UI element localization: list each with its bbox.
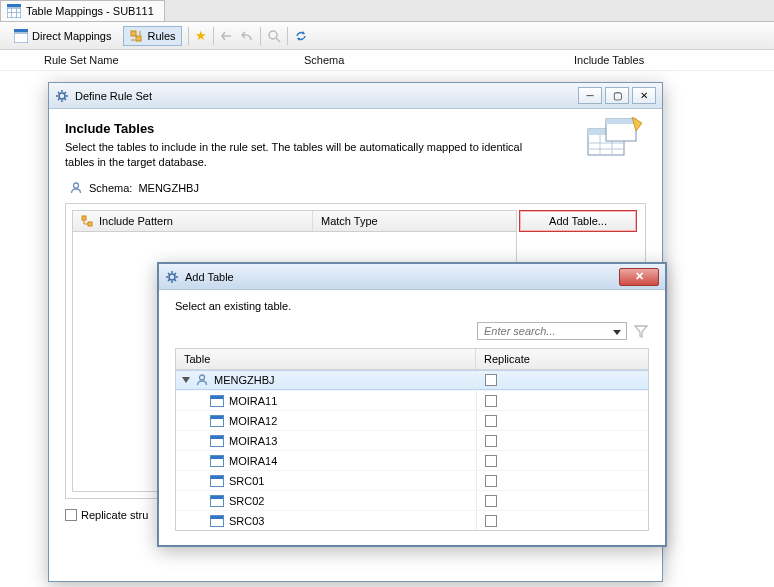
add-table-label: Add Table... [549, 215, 607, 227]
undo-icon[interactable] [240, 30, 254, 42]
section-description: Select the tables to include in the rule… [65, 140, 535, 171]
svg-rect-23 [88, 222, 92, 226]
dialog-titlebar[interactable]: Add Table ✕ [159, 264, 665, 290]
svg-rect-6 [14, 33, 28, 43]
grid-icon [14, 29, 28, 43]
table-icon [210, 415, 224, 427]
table-icon [210, 495, 224, 507]
banner-tables-icon [586, 117, 642, 163]
replicate-checkbox[interactable] [485, 435, 497, 447]
svg-rect-8 [136, 36, 141, 41]
schema-row: Schema: MENGZHBJ [69, 181, 646, 195]
maximize-button[interactable]: ▢ [605, 87, 629, 104]
tree-body[interactable]: MENGZHBJ MOIRA11MOIRA12MOIRA13MOIRA14SRC… [176, 370, 648, 530]
separator [188, 27, 189, 45]
replicate-checkbox[interactable] [485, 475, 497, 487]
replicate-checkbox[interactable] [485, 374, 497, 386]
direct-mappings-label: Direct Mappings [32, 30, 111, 42]
svg-rect-7 [131, 31, 136, 36]
nav-back-icon[interactable] [220, 30, 234, 42]
dialog-title: Define Rule Set [75, 90, 572, 102]
user-icon [69, 181, 83, 195]
direct-mappings-tab[interactable]: Direct Mappings [8, 26, 117, 46]
table-name: SRC01 [229, 475, 264, 487]
user-icon [195, 373, 209, 387]
add-table-dialog: Add Table ✕ Select an existing table. En… [157, 262, 667, 547]
close-button[interactable]: ✕ [632, 87, 656, 104]
svg-point-9 [269, 31, 277, 39]
search-placeholder: Enter search... [484, 325, 556, 337]
table-icon [210, 515, 224, 527]
table-icon [210, 455, 224, 467]
replicate-checkbox[interactable] [485, 395, 497, 407]
tree-row-table[interactable]: SRC02 [176, 490, 648, 510]
dialog-titlebar[interactable]: Define Rule Set ─ ▢ ✕ [49, 83, 662, 109]
schema-label: Schema: [89, 182, 132, 194]
grid-icon [7, 4, 21, 18]
replicate-checkbox[interactable] [485, 415, 497, 427]
svg-rect-22 [82, 216, 86, 220]
table-name: MOIRA14 [229, 455, 277, 467]
table-icon [210, 435, 224, 447]
rules-tab[interactable]: Rules [123, 26, 181, 46]
svg-rect-0 [7, 4, 21, 7]
instruction-text: Select an existing table. [175, 300, 649, 312]
table-name: MOIRA12 [229, 415, 277, 427]
col-match-type: Match Type [321, 215, 378, 227]
table-tree: Table Replicate MENGZHBJ MOIRA1 [175, 348, 649, 531]
replicate-checkbox[interactable] [485, 495, 497, 507]
tree-header: Table Replicate [176, 349, 648, 370]
svg-point-25 [200, 375, 205, 380]
schema-name: MENGZHBJ [214, 374, 275, 386]
filter-icon[interactable] [633, 323, 649, 339]
refresh-icon[interactable] [294, 29, 308, 43]
separator [213, 27, 214, 45]
schema-value: MENGZHBJ [138, 182, 199, 194]
replicate-structure-checkbox[interactable] [65, 509, 77, 521]
svg-point-21 [74, 183, 79, 188]
search-icon[interactable] [267, 29, 281, 43]
replicate-checkbox[interactable] [485, 455, 497, 467]
col-schema: Schema [304, 54, 574, 66]
tree-row-table[interactable]: MOIRA12 [176, 410, 648, 430]
tab-table-mappings[interactable]: Table Mappings - SUB111 [0, 0, 165, 21]
svg-rect-5 [14, 29, 28, 32]
tree-row-table[interactable]: SRC03 [176, 510, 648, 530]
col-include-pattern: Include Pattern [99, 215, 173, 227]
add-table-button[interactable]: Add Table... [519, 210, 637, 232]
tree-row-schema[interactable]: MENGZHBJ [176, 370, 648, 390]
tree-row-table[interactable]: MOIRA13 [176, 430, 648, 450]
separator [287, 27, 288, 45]
expander-icon[interactable] [182, 377, 190, 383]
table-icon [210, 475, 224, 487]
table-name: MOIRA13 [229, 435, 277, 447]
tree-row-table[interactable]: MOIRA11 [176, 390, 648, 410]
tree-row-table[interactable]: SRC01 [176, 470, 648, 490]
gear-icon [165, 270, 179, 284]
grid-column-headers: Rule Set Name Schema Include Tables [0, 50, 774, 71]
section-heading: Include Tables [65, 121, 646, 136]
replicate-checkbox[interactable] [485, 515, 497, 527]
ruleset-icon [129, 29, 143, 43]
table-name: SRC02 [229, 495, 264, 507]
dialog-title: Add Table [185, 271, 613, 283]
gear-icon [55, 89, 69, 103]
tree-row-table[interactable]: MOIRA14 [176, 450, 648, 470]
replicate-structure-label: Replicate stru [81, 509, 148, 521]
col-include-tables: Include Tables [574, 54, 754, 66]
toolbar: Direct Mappings Rules ★ [0, 22, 774, 50]
star-icon[interactable]: ★ [195, 28, 207, 43]
svg-rect-19 [606, 119, 636, 124]
col-table: Table [176, 349, 476, 369]
svg-point-24 [169, 274, 175, 280]
svg-point-11 [59, 93, 65, 99]
close-button[interactable]: ✕ [619, 268, 659, 286]
table-name: MOIRA11 [229, 395, 277, 407]
table-icon [210, 395, 224, 407]
minimize-button[interactable]: ─ [578, 87, 602, 104]
tree-icon [81, 215, 93, 227]
col-replicate: Replicate [476, 349, 648, 369]
include-pattern-header: Include Pattern Match Type [72, 210, 517, 232]
col-rule-set-name: Rule Set Name [44, 54, 304, 66]
search-input[interactable]: Enter search... [477, 322, 627, 340]
